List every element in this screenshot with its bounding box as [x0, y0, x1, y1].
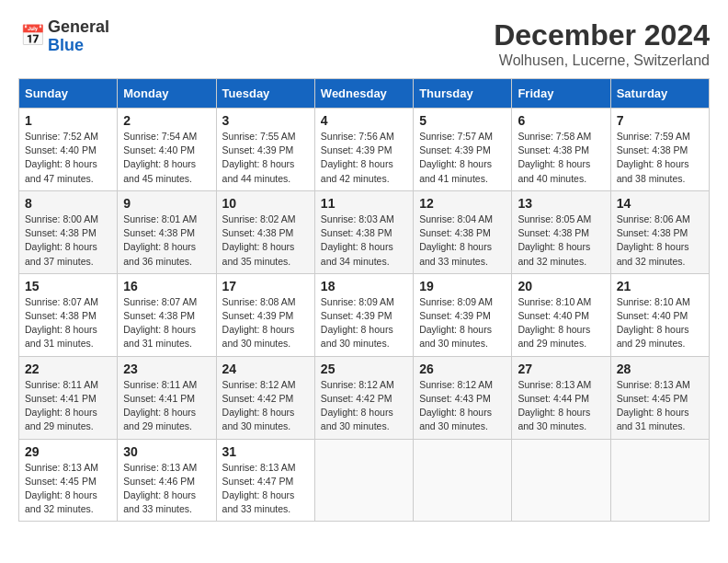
- calendar-day-cell: 1Sunrise: 7:52 AMSunset: 4:40 PMDaylight…: [19, 109, 118, 191]
- svg-text:📅: 📅: [20, 24, 44, 48]
- day-info: Sunrise: 8:04 AMSunset: 4:38 PMDaylight:…: [419, 213, 506, 269]
- day-number: 29: [25, 444, 111, 459]
- empty-cell: [314, 439, 413, 522]
- day-number: 31: [222, 444, 309, 459]
- day-number: 15: [25, 279, 111, 293]
- calendar-day-cell: 13Sunrise: 8:05 AMSunset: 4:38 PMDayligh…: [512, 190, 610, 273]
- day-info: Sunrise: 7:59 AMSunset: 4:38 PMDaylight:…: [617, 130, 703, 186]
- empty-cell: [610, 439, 709, 522]
- calendar-day-cell: 21Sunrise: 8:10 AMSunset: 4:40 PMDayligh…: [610, 273, 709, 356]
- calendar-day-cell: 11Sunrise: 8:03 AMSunset: 4:38 PMDayligh…: [314, 190, 413, 273]
- calendar-day-cell: 24Sunrise: 8:12 AMSunset: 4:42 PMDayligh…: [216, 356, 314, 439]
- day-number: 25: [321, 362, 407, 376]
- calendar-day-cell: 10Sunrise: 8:02 AMSunset: 4:38 PMDayligh…: [216, 190, 314, 273]
- day-number: 11: [321, 196, 407, 211]
- calendar-body: 1Sunrise: 7:52 AMSunset: 4:40 PMDaylight…: [19, 109, 710, 522]
- calendar-week-row: 8Sunrise: 8:00 AMSunset: 4:38 PMDaylight…: [19, 190, 710, 273]
- day-info: Sunrise: 7:54 AMSunset: 4:40 PMDaylight:…: [123, 130, 210, 186]
- day-number: 12: [419, 196, 506, 211]
- day-number: 16: [123, 279, 210, 293]
- calendar-day-cell: 28Sunrise: 8:13 AMSunset: 4:45 PMDayligh…: [610, 356, 709, 439]
- calendar-day-cell: 29Sunrise: 8:13 AMSunset: 4:45 PMDayligh…: [19, 439, 118, 522]
- day-info: Sunrise: 8:12 AMSunset: 4:43 PMDaylight:…: [419, 378, 506, 434]
- calendar-day-cell: 5Sunrise: 7:57 AMSunset: 4:39 PMDaylight…: [414, 109, 512, 191]
- day-info: Sunrise: 8:03 AMSunset: 4:38 PMDaylight:…: [321, 213, 407, 269]
- calendar-day-cell: 3Sunrise: 7:55 AMSunset: 4:39 PMDaylight…: [216, 109, 314, 191]
- day-info: Sunrise: 7:58 AMSunset: 4:38 PMDaylight:…: [518, 130, 604, 186]
- calendar-day-cell: 20Sunrise: 8:10 AMSunset: 4:40 PMDayligh…: [512, 273, 610, 356]
- day-info: Sunrise: 8:08 AMSunset: 4:39 PMDaylight:…: [222, 295, 309, 351]
- day-info: Sunrise: 8:01 AMSunset: 4:38 PMDaylight:…: [123, 213, 210, 269]
- day-number: 9: [123, 196, 210, 211]
- calendar-week-row: 29Sunrise: 8:13 AMSunset: 4:45 PMDayligh…: [19, 439, 710, 522]
- day-info: Sunrise: 8:09 AMSunset: 4:39 PMDaylight:…: [419, 295, 506, 351]
- calendar-day-cell: 2Sunrise: 7:54 AMSunset: 4:40 PMDaylight…: [118, 109, 216, 191]
- day-info: Sunrise: 8:12 AMSunset: 4:42 PMDaylight:…: [321, 378, 407, 434]
- day-info: Sunrise: 8:09 AMSunset: 4:39 PMDaylight:…: [321, 295, 407, 351]
- empty-cell: [414, 439, 512, 522]
- day-number: 14: [617, 196, 703, 211]
- col-saturday: Saturday: [610, 79, 709, 109]
- calendar-day-cell: 23Sunrise: 8:11 AMSunset: 4:41 PMDayligh…: [118, 356, 216, 439]
- day-info: Sunrise: 8:13 AMSunset: 4:44 PMDaylight:…: [518, 378, 604, 434]
- day-number: 4: [321, 113, 407, 128]
- day-number: 6: [518, 113, 604, 128]
- day-number: 13: [518, 196, 604, 211]
- day-number: 30: [123, 444, 210, 459]
- day-number: 26: [419, 362, 506, 376]
- day-info: Sunrise: 8:13 AMSunset: 4:45 PMDaylight:…: [25, 461, 111, 517]
- day-number: 3: [222, 113, 309, 128]
- col-friday: Friday: [512, 79, 610, 109]
- logo-text: General Blue: [48, 18, 109, 55]
- calendar-day-cell: 6Sunrise: 7:58 AMSunset: 4:38 PMDaylight…: [512, 109, 610, 191]
- day-number: 21: [617, 279, 703, 293]
- logo: 📅 General Blue: [18, 18, 109, 55]
- day-number: 10: [222, 196, 309, 211]
- col-monday: Monday: [118, 79, 216, 109]
- col-wednesday: Wednesday: [314, 79, 413, 109]
- page-header: 📅 General Blue December 2024 Wolhusen, L…: [18, 18, 710, 69]
- calendar-day-cell: 18Sunrise: 8:09 AMSunset: 4:39 PMDayligh…: [314, 273, 413, 356]
- day-number: 8: [25, 196, 111, 211]
- location-subtitle: Wolhusen, Lucerne, Switzerland: [494, 52, 710, 69]
- calendar-week-row: 22Sunrise: 8:11 AMSunset: 4:41 PMDayligh…: [19, 356, 710, 439]
- calendar-day-cell: 30Sunrise: 8:13 AMSunset: 4:46 PMDayligh…: [118, 439, 216, 522]
- calendar-day-cell: 27Sunrise: 8:13 AMSunset: 4:44 PMDayligh…: [512, 356, 610, 439]
- calendar-header-row: Sunday Monday Tuesday Wednesday Thursday…: [19, 79, 710, 109]
- day-number: 23: [123, 362, 210, 376]
- day-info: Sunrise: 8:13 AMSunset: 4:45 PMDaylight:…: [617, 378, 703, 434]
- day-number: 7: [617, 113, 703, 128]
- day-number: 27: [518, 362, 604, 376]
- day-info: Sunrise: 8:13 AMSunset: 4:47 PMDaylight:…: [222, 461, 309, 517]
- day-number: 2: [123, 113, 210, 128]
- calendar-day-cell: 7Sunrise: 7:59 AMSunset: 4:38 PMDaylight…: [610, 109, 709, 191]
- day-info: Sunrise: 8:02 AMSunset: 4:38 PMDaylight:…: [222, 213, 309, 269]
- day-info: Sunrise: 8:00 AMSunset: 4:38 PMDaylight:…: [25, 213, 111, 269]
- day-number: 20: [518, 279, 604, 293]
- col-tuesday: Tuesday: [216, 79, 314, 109]
- calendar-day-cell: 31Sunrise: 8:13 AMSunset: 4:47 PMDayligh…: [216, 439, 314, 522]
- empty-cell: [512, 439, 610, 522]
- calendar-day-cell: 14Sunrise: 8:06 AMSunset: 4:38 PMDayligh…: [610, 190, 709, 273]
- day-info: Sunrise: 8:11 AMSunset: 4:41 PMDaylight:…: [25, 378, 111, 434]
- calendar-day-cell: 16Sunrise: 8:07 AMSunset: 4:38 PMDayligh…: [118, 273, 216, 356]
- day-info: Sunrise: 7:52 AMSunset: 4:40 PMDaylight:…: [25, 130, 111, 186]
- day-number: 18: [321, 279, 407, 293]
- day-info: Sunrise: 8:13 AMSunset: 4:46 PMDaylight:…: [123, 461, 210, 517]
- day-info: Sunrise: 8:10 AMSunset: 4:40 PMDaylight:…: [518, 295, 604, 351]
- col-thursday: Thursday: [414, 79, 512, 109]
- day-number: 5: [419, 113, 506, 128]
- day-number: 24: [222, 362, 309, 376]
- day-info: Sunrise: 8:12 AMSunset: 4:42 PMDaylight:…: [222, 378, 309, 434]
- calendar-day-cell: 17Sunrise: 8:08 AMSunset: 4:39 PMDayligh…: [216, 273, 314, 356]
- day-info: Sunrise: 8:06 AMSunset: 4:38 PMDaylight:…: [617, 213, 703, 269]
- day-number: 1: [25, 113, 111, 128]
- calendar-day-cell: 12Sunrise: 8:04 AMSunset: 4:38 PMDayligh…: [414, 190, 512, 273]
- calendar-week-row: 1Sunrise: 7:52 AMSunset: 4:40 PMDaylight…: [19, 109, 710, 191]
- day-info: Sunrise: 8:10 AMSunset: 4:40 PMDaylight:…: [617, 295, 703, 351]
- title-block: December 2024 Wolhusen, Lucerne, Switzer…: [494, 18, 710, 69]
- calendar-day-cell: 9Sunrise: 8:01 AMSunset: 4:38 PMDaylight…: [118, 190, 216, 273]
- day-info: Sunrise: 8:07 AMSunset: 4:38 PMDaylight:…: [123, 295, 210, 351]
- day-info: Sunrise: 7:55 AMSunset: 4:39 PMDaylight:…: [222, 130, 309, 186]
- day-number: 28: [617, 362, 703, 376]
